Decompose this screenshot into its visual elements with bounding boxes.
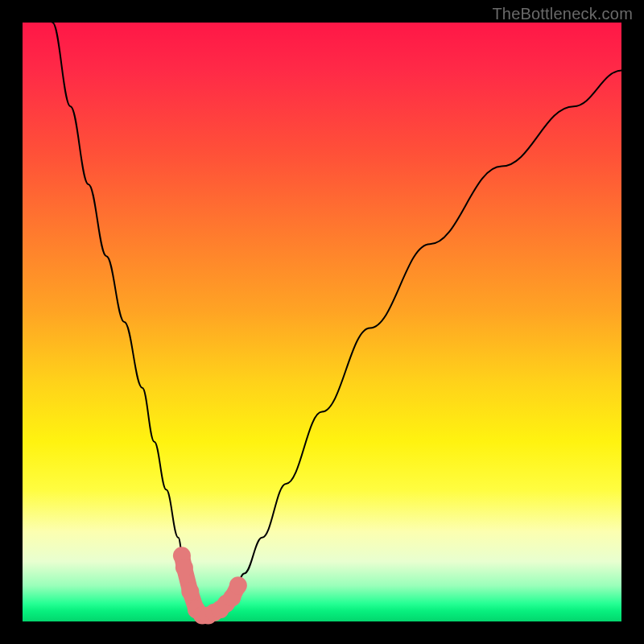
watermark-text: TheBottleneck.com bbox=[492, 5, 633, 23]
highlight-markers bbox=[173, 547, 247, 624]
highlight-dot bbox=[175, 559, 193, 576]
plot-area bbox=[23, 23, 621, 621]
highlight-dot bbox=[181, 583, 199, 601]
highlight-dot bbox=[229, 576, 247, 594]
chart-frame: TheBottleneck.com bbox=[0, 0, 644, 644]
curve-svg bbox=[23, 23, 621, 621]
bottleneck-curve bbox=[52, 23, 621, 616]
